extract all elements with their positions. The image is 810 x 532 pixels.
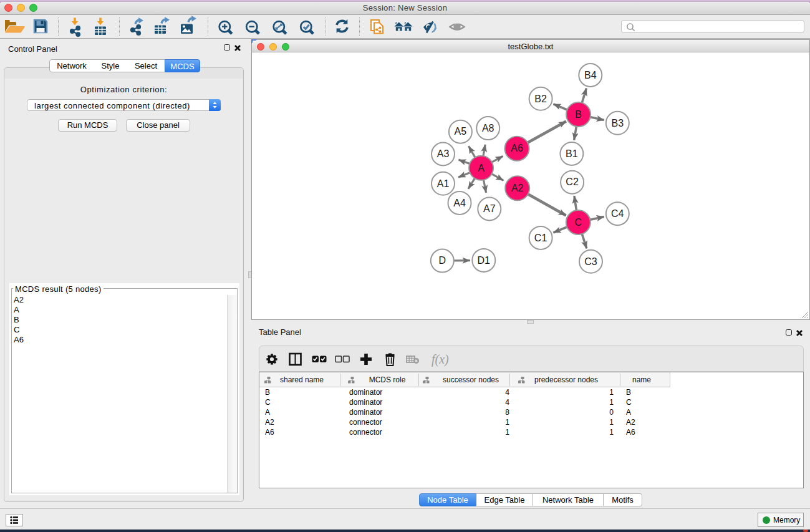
svg-text:A3: A3 (437, 148, 450, 159)
svg-text:C3: C3 (584, 256, 597, 266)
svg-text:C: C (575, 216, 582, 227)
svg-text:D1: D1 (478, 254, 491, 265)
svg-text:C2: C2 (566, 177, 579, 187)
svg-text:B1: B1 (566, 148, 578, 158)
svg-text:A4: A4 (453, 197, 466, 208)
svg-text:A6: A6 (511, 143, 523, 153)
svg-text:C1: C1 (534, 232, 547, 243)
svg-text:D: D (439, 255, 446, 266)
svg-text:A1: A1 (437, 178, 450, 188)
svg-text:A5: A5 (455, 126, 467, 137)
svg-text:B: B (575, 109, 582, 119)
svg-text:B2: B2 (534, 93, 547, 104)
svg-text:B4: B4 (584, 69, 597, 80)
svg-text:A8: A8 (482, 122, 494, 133)
svg-text:f(x): f(x) (432, 352, 449, 367)
svg-text:C4: C4 (611, 208, 624, 218)
svg-text:A2: A2 (511, 183, 524, 193)
svg-text:B3: B3 (612, 117, 624, 128)
svg-text:A: A (478, 162, 485, 173)
svg-text:A7: A7 (483, 203, 496, 214)
